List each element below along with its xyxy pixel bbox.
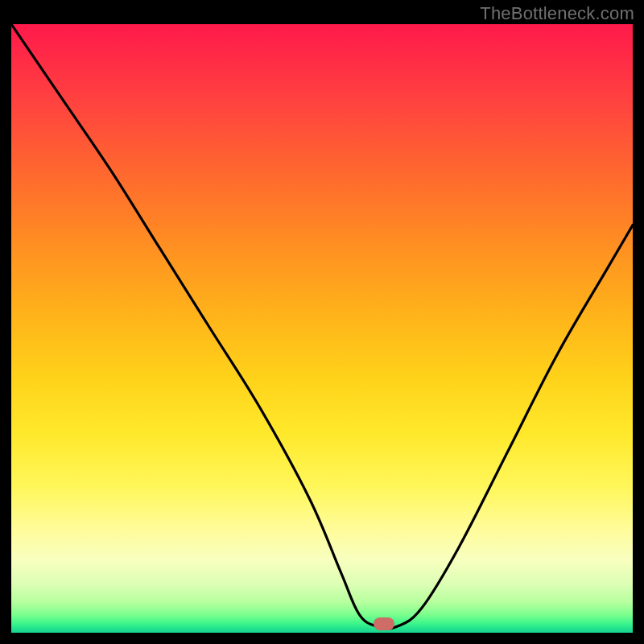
bottleneck-curve-line xyxy=(11,24,633,629)
optimal-point-marker xyxy=(374,617,394,630)
curve-svg xyxy=(11,24,633,633)
plot-area xyxy=(11,24,633,633)
watermark-text: TheBottleneck.com xyxy=(480,3,634,24)
chart-frame: TheBottleneck.com xyxy=(0,0,644,644)
